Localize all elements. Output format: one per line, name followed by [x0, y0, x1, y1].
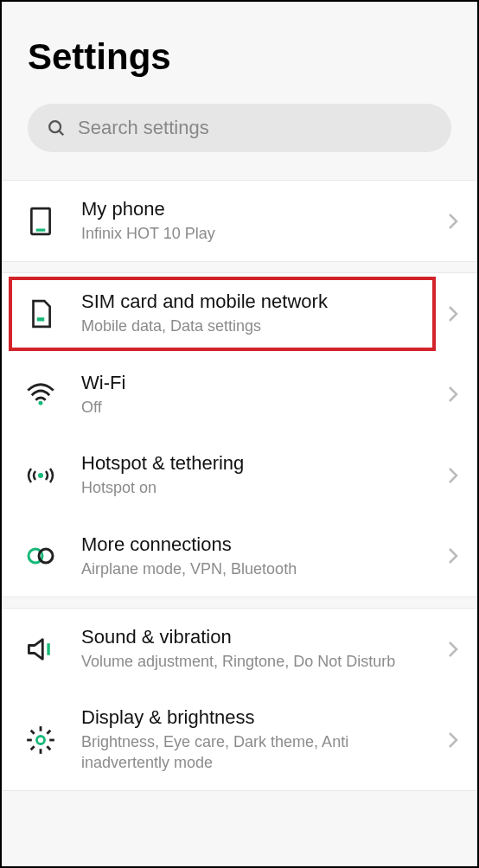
- svg-line-15: [31, 730, 35, 733]
- wifi-icon: [26, 380, 55, 409]
- search-input[interactable]: [78, 117, 432, 139]
- section-my-phone: My phone Infinix HOT 10 Play: [2, 180, 477, 262]
- item-subtitle: Brightness, Eye care, Dark theme, Anti i…: [81, 732, 439, 773]
- item-text: Display & brightness Brightness, Eye car…: [81, 706, 439, 773]
- svg-rect-4: [37, 317, 45, 321]
- svg-rect-3: [36, 228, 46, 231]
- item-subtitle: Volume adjustment, Ringtone, Do Not Dist…: [81, 652, 439, 672]
- chevron-right-icon: [448, 386, 458, 403]
- item-text: More connections Airplane mode, VPN, Blu…: [81, 533, 439, 579]
- settings-item-wifi[interactable]: Wi-Fi Off: [2, 354, 477, 435]
- hotspot-icon: [26, 461, 55, 490]
- sim-icon: [26, 299, 55, 329]
- item-subtitle: Infinix HOT 10 Play: [81, 224, 439, 244]
- search-icon: [47, 118, 66, 137]
- settings-item-display[interactable]: Display & brightness Brightness, Eye car…: [2, 689, 477, 790]
- section-network: SIM card and mobile network Mobile data,…: [2, 272, 477, 597]
- item-title: Hotspot & tethering: [81, 452, 439, 475]
- svg-point-6: [38, 473, 43, 478]
- item-subtitle: Airplane mode, VPN, Bluetooth: [81, 559, 439, 579]
- item-title: Wi-Fi: [81, 372, 439, 394]
- svg-line-18: [47, 730, 50, 733]
- header: Settings: [2, 2, 477, 169]
- brightness-icon: [26, 725, 55, 755]
- page-title: Settings: [28, 36, 451, 78]
- item-title: More connections: [81, 533, 439, 556]
- item-text: Hotspot & tethering Hotspot on: [81, 452, 439, 498]
- chevron-right-icon: [448, 547, 458, 565]
- settings-item-sim-card[interactable]: SIM card and mobile network Mobile data,…: [2, 273, 477, 354]
- settings-item-sound[interactable]: Sound & vibration Volume adjustment, Rin…: [2, 609, 477, 689]
- item-text: My phone Infinix HOT 10 Play: [81, 198, 439, 244]
- settings-item-hotspot[interactable]: Hotspot & tethering Hotspot on: [2, 435, 477, 515]
- svg-line-17: [31, 746, 35, 750]
- item-text: Sound & vibration Volume adjustment, Rin…: [81, 626, 439, 672]
- section-device: Sound & vibration Volume adjustment, Rin…: [2, 608, 477, 791]
- item-subtitle: Mobile data, Data settings: [81, 316, 439, 336]
- item-text: SIM card and mobile network Mobile data,…: [81, 290, 439, 336]
- svg-point-10: [36, 736, 44, 744]
- svg-line-1: [60, 131, 64, 136]
- item-title: Sound & vibration: [81, 626, 439, 648]
- link-icon: [26, 541, 55, 571]
- settings-item-my-phone[interactable]: My phone Infinix HOT 10 Play: [2, 181, 477, 261]
- item-title: Display & brightness: [81, 706, 439, 729]
- settings-item-more-connections[interactable]: More connections Airplane mode, VPN, Blu…: [2, 516, 477, 597]
- item-subtitle: Hotspot on: [81, 478, 439, 498]
- chevron-right-icon: [448, 467, 458, 484]
- item-title: My phone: [81, 198, 439, 220]
- item-title: SIM card and mobile network: [81, 290, 439, 313]
- svg-line-16: [47, 746, 50, 750]
- chevron-right-icon: [448, 731, 458, 749]
- svg-point-8: [39, 549, 53, 563]
- svg-point-5: [39, 401, 43, 405]
- svg-point-0: [49, 121, 61, 132]
- phone-icon: [26, 207, 55, 236]
- volume-icon: [26, 635, 55, 664]
- chevron-right-icon: [448, 305, 458, 322]
- search-box[interactable]: [28, 104, 451, 152]
- chevron-right-icon: [448, 641, 458, 658]
- item-subtitle: Off: [81, 398, 439, 418]
- chevron-right-icon: [448, 213, 458, 230]
- item-text: Wi-Fi Off: [81, 372, 439, 418]
